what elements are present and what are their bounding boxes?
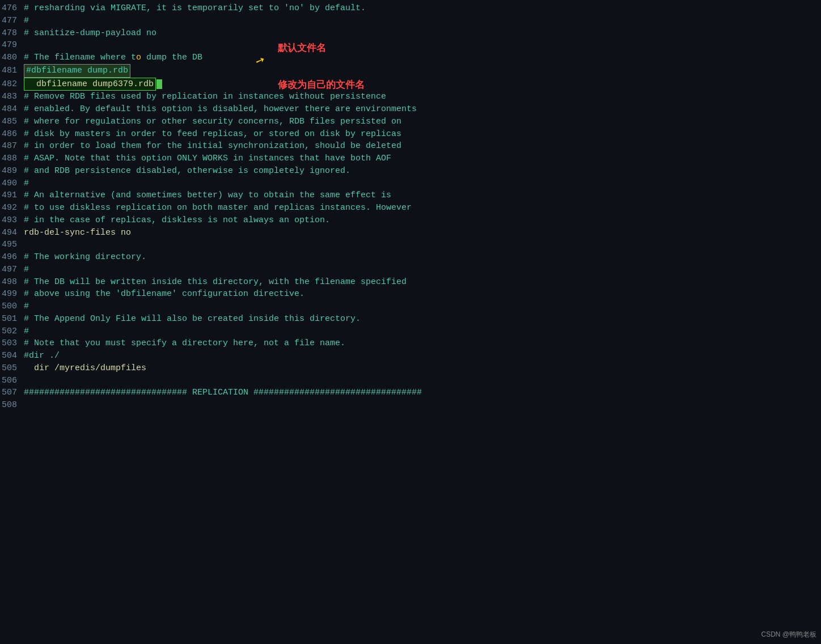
line-495: 495 xyxy=(0,239,821,251)
line-content-505: dir /myredis/dumpfiles xyxy=(24,362,816,375)
line-493: 493 # in the case of replicas, diskless … xyxy=(0,214,821,227)
line-num-500: 500 xyxy=(0,300,24,313)
line-num-496: 496 xyxy=(0,251,24,264)
line-487: 487 # in order to load them for the init… xyxy=(0,140,821,152)
line-508: 508 xyxy=(0,399,821,412)
line-486: 486 # disk by masters in order to feed r… xyxy=(0,128,821,141)
code-block: 476 # resharding via MIGRATE, it is temp… xyxy=(0,0,821,414)
line-501: 501 # The Append Only File will also be … xyxy=(0,313,821,325)
line-content-480: # The filename where to dump the DB xyxy=(24,52,816,64)
line-num-477: 477 xyxy=(0,15,24,27)
line-num-480: 480 xyxy=(0,52,24,64)
line-num-506: 506 xyxy=(0,375,24,387)
line-num-498: 498 xyxy=(0,276,24,289)
line-num-502: 502 xyxy=(0,325,24,338)
line-content-499: # above using the 'dbfilename' configura… xyxy=(24,288,816,300)
line-content-491: # An alternative (and sometimes better) … xyxy=(24,189,816,202)
line-506: 506 xyxy=(0,375,821,387)
line-num-490: 490 xyxy=(0,177,24,190)
line-content-500: # xyxy=(24,300,816,313)
line-num-492: 492 xyxy=(0,202,24,214)
line-480: 480 # The filename where to dump the DB xyxy=(0,52,821,64)
line-content-483: # Remove RDB files used by replication i… xyxy=(24,91,816,103)
line-content-503: # Note that you must specify a directory… xyxy=(24,337,816,350)
line-num-485: 485 xyxy=(0,116,24,128)
line-num-495: 495 xyxy=(0,239,24,251)
line-content-496: # The working directory. xyxy=(24,251,816,264)
line-content-478: # sanitize-dump-payload no xyxy=(24,27,816,40)
annotation-modified-filename: 修改为自己的文件名 xyxy=(278,78,365,92)
line-content-497: # xyxy=(24,264,816,276)
line-482-container: 482 dbfilename dump6379.rdb 修改为自己的文件名 xyxy=(0,78,821,91)
line-502: 502 # xyxy=(0,325,821,338)
line-num-478: 478 xyxy=(0,27,24,40)
line-content-486: # disk by masters in order to feed repli… xyxy=(24,128,816,141)
line-num-494: 494 xyxy=(0,227,24,239)
line-num-497: 497 xyxy=(0,264,24,276)
line-498: 498 # The DB will be written inside this… xyxy=(0,276,821,289)
editor-container: 476 # resharding via MIGRATE, it is temp… xyxy=(0,0,821,644)
line-482: 482 dbfilename dump6379.rdb xyxy=(0,78,167,91)
line-num-484: 484 xyxy=(0,103,24,116)
line-481: 481 #dbfilename dump.rdb xyxy=(0,64,821,78)
annotation-default-filename: 默认文件名 xyxy=(278,41,326,56)
line-num-488: 488 xyxy=(0,152,24,165)
line-478: 478 # sanitize-dump-payload no xyxy=(0,27,821,40)
line-num-486: 486 xyxy=(0,128,24,141)
line-num-499: 499 xyxy=(0,288,24,300)
line-num-504: 504 xyxy=(0,350,24,362)
line-484: 484 # enabled. By default this option is… xyxy=(0,103,821,116)
line-499: 499 # above using the 'dbfilename' confi… xyxy=(0,288,821,300)
line-content-476: # resharding via MIGRATE, it is temporar… xyxy=(24,2,816,15)
line-content-507: ################################ REPLICA… xyxy=(24,387,816,399)
line-496: 496 # The working directory. xyxy=(0,251,821,264)
line-content-482: dbfilename dump6379.rdb xyxy=(24,78,162,91)
line-content-481: #dbfilename dump.rdb xyxy=(24,64,816,78)
line-num-493: 493 xyxy=(0,214,24,227)
line-485: 485 # where for regulations or other sec… xyxy=(0,116,821,128)
line-content-502: # xyxy=(24,325,816,338)
line-507: 507 ################################ REP… xyxy=(0,387,821,399)
line-content-489: # and RDB persistence disabled, otherwis… xyxy=(24,165,816,177)
line-num-487: 487 xyxy=(0,140,24,152)
line-num-481: 481 xyxy=(0,65,24,77)
line-content-501: # The Append Only File will also be crea… xyxy=(24,313,816,325)
line-num-503: 503 xyxy=(0,337,24,350)
line-490: 490 # xyxy=(0,177,821,190)
line-content-487: # in order to load them for the initial … xyxy=(24,140,816,152)
line-content-492: # to use diskless replication on both ma… xyxy=(24,202,816,214)
line-494: 494 rdb-del-sync-files no xyxy=(0,227,821,239)
line-content-493: # in the case of replicas, diskless is n… xyxy=(24,214,816,227)
line-483: 483 # Remove RDB files used by replicati… xyxy=(0,91,821,103)
line-num-483: 483 xyxy=(0,91,24,103)
line-479: 479 xyxy=(0,39,821,52)
line-content-484: # enabled. By default this option is dis… xyxy=(24,103,816,116)
line-num-489: 489 xyxy=(0,165,24,177)
line-492: 492 # to use diskless replication on bot… xyxy=(0,202,821,214)
line-num-476: 476 xyxy=(0,2,24,15)
line-content-485: # where for regulations or other securit… xyxy=(24,116,816,128)
line-491: 491 # An alternative (and sometimes bett… xyxy=(0,189,821,202)
line-497: 497 # xyxy=(0,264,821,276)
line-488: 488 # ASAP. Note that this option ONLY W… xyxy=(0,152,821,165)
line-489: 489 # and RDB persistence disabled, othe… xyxy=(0,165,821,177)
line-503: 503 # Note that you must specify a direc… xyxy=(0,337,821,350)
line-content-477: # xyxy=(24,15,816,27)
line-505: 505 dir /myredis/dumpfiles xyxy=(0,362,821,375)
line-477: 477 # xyxy=(0,15,821,27)
line-content-494: rdb-del-sync-files no xyxy=(24,227,816,239)
line-num-482: 482 xyxy=(0,78,24,91)
line-content-498: # The DB will be written inside this dir… xyxy=(24,276,816,289)
line-num-508: 508 xyxy=(0,399,24,412)
line-504: 504 #dir ./ xyxy=(0,350,821,362)
line-num-479: 479 xyxy=(0,39,24,52)
line-num-507: 507 xyxy=(0,387,24,399)
line-content-488: # ASAP. Note that this option ONLY WORKS… xyxy=(24,152,816,165)
line-content-504: #dir ./ xyxy=(24,350,816,362)
line-num-491: 491 xyxy=(0,189,24,202)
line-num-501: 501 xyxy=(0,313,24,325)
line-500: 500 # xyxy=(0,300,821,313)
line-content-490: # xyxy=(24,177,816,190)
watermark: CSDN @鸭鸭老板 xyxy=(761,630,816,639)
line-num-505: 505 xyxy=(0,362,24,375)
